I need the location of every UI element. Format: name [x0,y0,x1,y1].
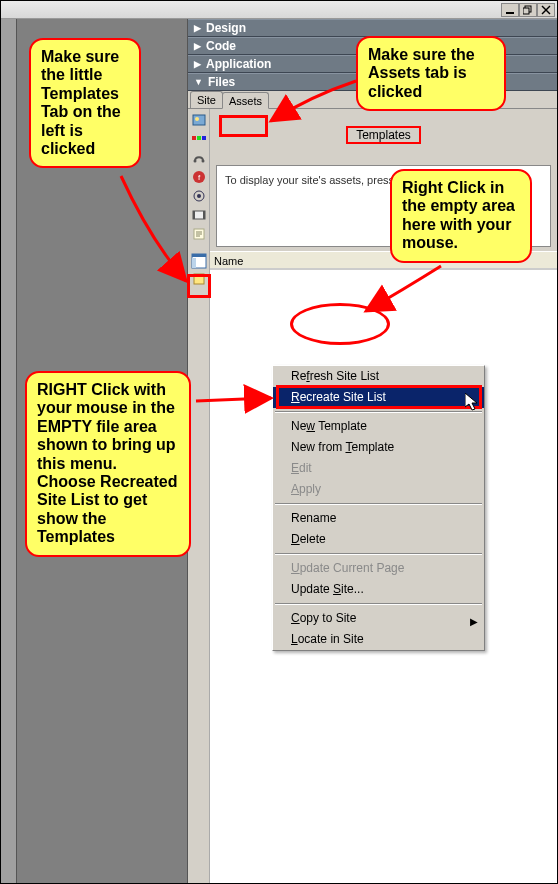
menu-apply: Apply [273,479,484,500]
svg-rect-17 [193,211,195,219]
callout-text: Make sure the little Templates Tab on th… [41,48,121,157]
panel-label: Code [206,37,236,55]
svg-marker-24 [465,393,477,410]
window-titlebar [1,1,557,19]
menu-rename[interactable]: Rename [273,508,484,529]
svg-rect-5 [193,115,205,125]
window-max-button[interactable] [519,3,537,17]
library-icon[interactable] [192,272,206,286]
svg-rect-8 [197,136,201,140]
context-menu: Refresh Site List Recreate Site List New… [272,365,485,651]
callout-text: RIGHT Click with your mouse in the EMPTY… [37,381,178,545]
menu-delete[interactable]: Delete [273,529,484,550]
tab-assets[interactable]: Assets [222,92,269,109]
panel-header-design[interactable]: ▶ Design [188,19,557,37]
svg-rect-18 [203,211,205,219]
menu-update-site[interactable]: Update Site... [273,579,484,600]
menu-separator [275,553,482,555]
menu-new-template[interactable]: New Template [273,416,484,437]
window-close-button[interactable] [537,3,555,17]
svg-point-10 [193,160,196,163]
svg-rect-21 [192,254,206,257]
menu-new-from-template[interactable]: New from Template [273,437,484,458]
flash-icon[interactable]: f [191,169,207,185]
movies-icon[interactable] [191,207,207,223]
callout-text: Right Click in the empty area here with … [402,179,515,251]
annotation-callout-right-click: Right Click in the empty area here with … [390,169,532,263]
panel-label: Design [206,19,246,37]
tab-label: Assets [229,95,262,107]
preview-text: To display your site's assets, press [225,174,394,186]
urls-icon[interactable] [191,150,207,166]
chevron-right-icon: ▶ [194,19,201,37]
chevron-down-icon: ▼ [194,73,203,91]
svg-point-6 [195,117,199,121]
column-name-label: Name [214,255,243,267]
svg-rect-9 [202,136,206,140]
svg-rect-7 [192,136,196,140]
menu-copy-to-site[interactable]: Copy to Site▶ [273,608,484,629]
menu-separator [275,603,482,605]
menu-locate-in-site[interactable]: Locate in Site [273,629,484,650]
annotation-callout-menu: RIGHT Click with your mouse in the EMPTY… [25,371,191,557]
panel-label: Application [206,55,271,73]
menu-edit: Edit [273,458,484,479]
assets-category-icons-lower [188,251,210,883]
left-dock-strip [1,19,17,883]
menu-update-current-page: Update Current Page [273,558,484,579]
templates-heading-row: Templates [210,109,557,161]
chevron-right-icon: ▶ [194,37,201,55]
panel-label: Files [208,73,235,91]
svg-rect-22 [192,258,196,268]
scripts-icon[interactable] [191,226,207,242]
menu-separator [275,503,482,505]
svg-point-15 [197,194,201,198]
tab-label: Site [197,94,216,106]
svg-point-11 [201,160,204,163]
annotation-callout-assets-tab: Make sure the Assets tab is clicked [356,36,506,111]
menu-separator [275,411,482,413]
shockwave-icon[interactable] [191,188,207,204]
svg-rect-23 [194,274,204,284]
assets-category-icons: f [188,109,210,251]
images-icon[interactable] [191,112,207,128]
callout-text: Make sure the Assets tab is clicked [368,46,475,100]
tab-site[interactable]: Site [190,91,223,108]
annotation-callout-templates-tab: Make sure the little Templates Tab on th… [29,38,141,168]
mouse-cursor-icon [465,393,481,413]
chevron-right-icon: ▶ [194,55,201,73]
window-min-button[interactable] [501,3,519,17]
menu-recreate-site-list[interactable]: Recreate Site List [273,387,484,408]
templates-heading: Templates [346,126,421,144]
colors-icon[interactable] [191,131,207,147]
svg-rect-2 [523,8,529,14]
svg-rect-0 [506,12,514,14]
menu-refresh-site-list[interactable]: Refresh Site List [273,366,484,387]
templates-icon[interactable] [191,253,207,269]
